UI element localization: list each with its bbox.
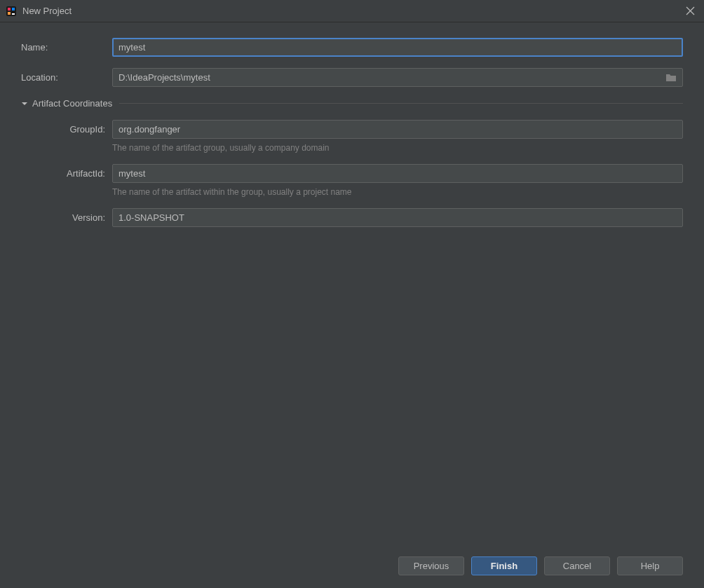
- app-icon: [6, 6, 17, 17]
- svg-rect-4: [12, 13, 15, 15]
- groupid-label: GroupId:: [52, 124, 112, 135]
- artifactid-input[interactable]: [112, 164, 683, 183]
- artifact-section: GroupId: The name of the artifact group,…: [21, 120, 683, 231]
- name-input[interactable]: [112, 38, 683, 57]
- location-input[interactable]: [113, 69, 660, 86]
- svg-rect-3: [8, 12, 11, 15]
- groupid-row: GroupId:: [52, 120, 683, 139]
- previous-button[interactable]: Previous: [398, 556, 464, 575]
- finish-button[interactable]: Finish: [471, 556, 537, 575]
- artifact-coordinates-header[interactable]: Artifact Coordinates: [21, 98, 683, 109]
- close-icon[interactable]: [682, 3, 698, 20]
- name-row: Name:: [21, 38, 683, 57]
- version-input[interactable]: [112, 208, 683, 227]
- version-row: Version:: [52, 208, 683, 227]
- dialog-content: Name: Location: Artifact Coordinates Gro…: [0, 22, 704, 547]
- artifactid-hint: The name of the artifact within the grou…: [112, 187, 683, 197]
- cancel-button[interactable]: Cancel: [544, 556, 610, 575]
- help-button[interactable]: Help: [617, 556, 683, 575]
- svg-rect-1: [8, 8, 11, 11]
- groupid-input[interactable]: [112, 120, 683, 139]
- chevron-down-icon: [21, 100, 28, 107]
- name-label: Name:: [21, 42, 112, 53]
- location-row: Location:: [21, 68, 683, 87]
- folder-icon[interactable]: [660, 73, 682, 83]
- svg-rect-2: [12, 8, 15, 11]
- window-title: New Project: [22, 6, 682, 16]
- section-divider: [119, 103, 683, 104]
- artifactid-label: ArtifactId:: [52, 168, 112, 179]
- location-label: Location:: [21, 72, 112, 83]
- version-label: Version:: [52, 212, 112, 223]
- artifact-section-title: Artifact Coordinates: [32, 98, 112, 109]
- location-wrapper: [112, 68, 683, 87]
- dialog-footer: Previous Finish Cancel Help: [0, 547, 704, 588]
- titlebar: New Project: [0, 0, 704, 22]
- groupid-hint: The name of the artifact group, usually …: [112, 143, 683, 153]
- artifactid-row: ArtifactId:: [52, 164, 683, 183]
